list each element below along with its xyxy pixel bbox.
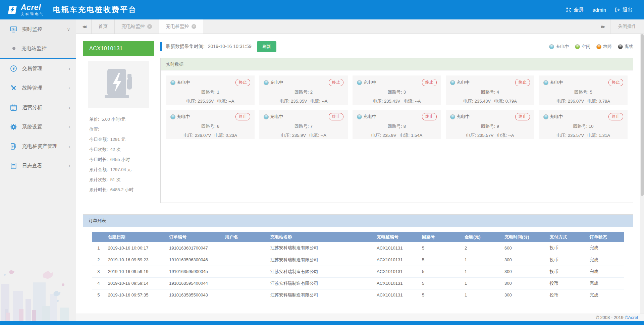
- fullscreen-button[interactable]: 全屏: [563, 7, 586, 13]
- circuit-no-label: 回路号:: [574, 90, 589, 95]
- circuit-card: 充电中终止 回路号:4 电压:235.43V电流:0.79A: [446, 75, 534, 105]
- voltage-value: 235.43V: [475, 99, 491, 104]
- footer: © 2003 - 2019 ©Acrel: [76, 314, 644, 321]
- table-row[interactable]: 1 2019-10-16 10:00:17 1910163601700047 江…: [92, 242, 624, 254]
- terminate-button[interactable]: 终止: [422, 79, 437, 86]
- table-row[interactable]: 4 2019-10-16 09:59:14 1910163595400044 江…: [92, 277, 624, 289]
- status-dot-charging: [357, 114, 362, 119]
- cell-user: [222, 254, 268, 266]
- voltage-label: 电压:: [373, 99, 383, 104]
- current-label: 电流:: [587, 99, 597, 104]
- sidebar-item-station-monitor[interactable]: 充电站监控: [0, 39, 76, 58]
- voltage-label: 电压:: [463, 99, 473, 104]
- sidebar-item-label: 故障管理: [22, 85, 42, 91]
- cell-minutes: 300: [502, 277, 547, 289]
- cell-status: 完成: [587, 266, 624, 277]
- legend-label: 离线: [625, 44, 633, 50]
- close-operations-label: 关闭操作: [618, 23, 637, 30]
- circuit-status: 充电中: [550, 79, 563, 86]
- transaction-icon: ¥: [10, 65, 17, 72]
- terminate-button[interactable]: 终止: [515, 79, 530, 86]
- sidebar-item-analytics[interactable]: 运营分析 ‹: [0, 98, 76, 117]
- stat-value: 51 次: [110, 177, 121, 182]
- circuit-no: 3: [404, 90, 406, 95]
- table-row[interactable]: 3 2019-10-16 09:59:19 1910163595900045 江…: [92, 266, 624, 277]
- cell-circuit: 5: [419, 289, 462, 301]
- terminate-button[interactable]: 终止: [608, 79, 623, 86]
- cell-status: 完成: [587, 242, 624, 254]
- circuit-no: 1: [217, 90, 219, 95]
- circuit-status: 充电中: [177, 79, 190, 86]
- sidebar-item-label: 运营分析: [22, 104, 42, 111]
- circuit-status: 充电中: [270, 79, 283, 86]
- legend-label: 故障: [603, 44, 612, 50]
- sidebar-item-faults[interactable]: 故障管理 ‹: [0, 78, 76, 98]
- stat-label: 累计金额:: [89, 167, 108, 172]
- tab-close-icon[interactable]: ×: [147, 24, 152, 29]
- tab-pile-monitor[interactable]: 充电桩监控 ×: [159, 19, 203, 34]
- sidebar-item-charger-assets[interactable]: 充电桩资产管理 ‹: [0, 137, 76, 156]
- charging-pile-icon: [100, 65, 138, 103]
- user-menu[interactable]: admin: [590, 7, 609, 13]
- vertical-scrollbar[interactable]: [640, 34, 644, 314]
- logout-label: 退出: [623, 7, 633, 13]
- circuit-card: 充电中终止 回路号:9 电压:235.57V电流:--A: [446, 110, 534, 139]
- stat-label: 今日次数:: [89, 147, 108, 152]
- terminate-button[interactable]: 终止: [329, 113, 343, 120]
- table-row[interactable]: 5 2019-10-16 09:57:35 1910163585500043 江…: [92, 289, 624, 301]
- legend-offline-dot: [618, 44, 623, 49]
- terminate-button[interactable]: 终止: [235, 113, 250, 120]
- cell-station: 江苏安科瑞制造有限公司: [268, 254, 374, 266]
- main-content: ACX1010131 单价:5.: [76, 34, 644, 314]
- sidebar-item-transactions[interactable]: ¥ 交易管理 ‹: [0, 59, 76, 78]
- stat-value: 42 次: [110, 147, 121, 152]
- status-legend: 充电中 空闲 故障 离线: [549, 44, 633, 50]
- column-header: 创建日期: [105, 232, 167, 242]
- logout-button[interactable]: 退出: [612, 7, 635, 13]
- cell-user: [222, 277, 268, 289]
- cell-circuit: 5: [419, 254, 462, 266]
- refresh-button[interactable]: 刷新: [257, 41, 276, 52]
- pile-stats: 单价:5.00 小时/元 位置: 今日金额:1291 元 今日次数:42 次 今…: [83, 112, 154, 201]
- cell-user: [222, 242, 268, 254]
- tab-label: 首页: [98, 23, 108, 30]
- copyright-text: © 2003 - 2019: [596, 315, 624, 320]
- circuit-card-grid: 充电中终止 回路号:1 电压:235.35V电流:--A 充电中终止 回路号:2…: [166, 75, 628, 139]
- cell-payment: 投币: [547, 266, 587, 277]
- sidebar-item-settings[interactable]: 系统设置 ‹: [0, 117, 76, 137]
- tabs-scroll-right-button[interactable]: ▶▶: [595, 19, 610, 34]
- legend-charging-dot: [549, 44, 554, 49]
- terminate-button[interactable]: 终止: [515, 113, 530, 120]
- voltage-value: 236.07V: [568, 99, 584, 104]
- terminate-button[interactable]: 终止: [608, 113, 623, 120]
- terminate-button[interactable]: 终止: [235, 79, 250, 86]
- tab-home[interactable]: 首页: [92, 19, 115, 34]
- circuit-status: 充电中: [270, 114, 283, 120]
- chevron-left-icon: ‹: [69, 144, 70, 149]
- cell-payment: 投币: [547, 254, 587, 266]
- calendar-icon: [10, 104, 17, 111]
- stat-label: 累计时长:: [89, 187, 108, 192]
- row-index: 4: [92, 277, 105, 289]
- terminate-button[interactable]: 终止: [329, 79, 343, 86]
- double-chevron-left-icon: ◀◀: [82, 24, 85, 29]
- voltage-value: 236.07V: [195, 133, 211, 138]
- tab-station-monitor[interactable]: 充电站监控 ×: [115, 19, 159, 34]
- column-header: 回路号: [419, 232, 462, 242]
- tab-close-icon[interactable]: ×: [192, 24, 196, 29]
- cell-minutes: 600: [502, 242, 547, 254]
- current-value: --A: [228, 99, 234, 104]
- close-operations-button[interactable]: 关闭操作: [610, 19, 644, 34]
- realtime-monitor-icon: [10, 26, 17, 33]
- footer-brand-link[interactable]: ©Acrel: [625, 315, 638, 320]
- tabs-scroll-left-button[interactable]: ◀◀: [76, 19, 92, 34]
- sidebar-item-realtime-monitor[interactable]: 实时监控 ∨: [0, 19, 76, 39]
- cell-amount: 1: [462, 266, 502, 277]
- scrollbar-thumb[interactable]: [641, 34, 644, 196]
- sidebar-item-logs[interactable]: 日志查看 ‹: [0, 156, 76, 175]
- table-row[interactable]: 2 2019-10-16 09:59:23 1910163596300046 江…: [92, 254, 624, 266]
- cell-minutes: 300: [502, 254, 547, 266]
- stat-value: 6455 小时: [110, 157, 130, 162]
- pile-icon-box: [88, 61, 149, 108]
- terminate-button[interactable]: 终止: [422, 113, 437, 120]
